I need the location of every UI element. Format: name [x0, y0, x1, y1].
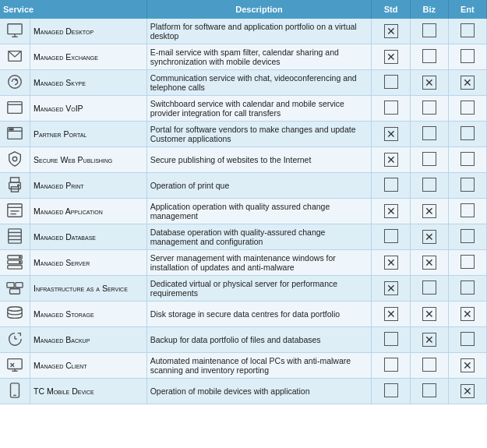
std-check[interactable]: ✕ [372, 44, 410, 70]
table-row: Managed Desktop Platform for software an… [0, 19, 487, 44]
table-row: Managed Database Database operation with… [0, 224, 487, 250]
ent-check[interactable] [448, 224, 486, 250]
std-check[interactable] [372, 224, 410, 250]
ent-check[interactable]: ✕ [448, 379, 486, 404]
service-icon [0, 173, 30, 199]
std-check[interactable] [372, 96, 410, 122]
service-name: Managed Backup [30, 327, 146, 353]
svg-point-35 [19, 256, 20, 258]
ent-check[interactable] [448, 96, 486, 122]
table-row: Secure Web Publishing Secure publishing … [0, 147, 487, 173]
ent-check[interactable] [448, 276, 486, 302]
service-description: Portal for software vendors to make chan… [146, 122, 372, 147]
ent-check[interactable] [448, 44, 486, 70]
service-icon [0, 302, 30, 327]
biz-check[interactable] [410, 147, 448, 173]
ent-check[interactable] [448, 173, 486, 199]
biz-check[interactable] [410, 353, 448, 379]
std-check[interactable] [372, 379, 410, 404]
service-name: Managed Skype [30, 70, 146, 96]
service-icon [0, 353, 30, 379]
std-check[interactable] [372, 353, 410, 379]
biz-check[interactable] [410, 44, 448, 70]
std-check[interactable] [372, 70, 410, 96]
biz-check[interactable]: ✕ [410, 199, 448, 224]
ent-check[interactable] [448, 19, 486, 44]
header-service: Service [0, 0, 146, 19]
biz-check[interactable] [410, 276, 448, 302]
ent-check[interactable]: ✕ [448, 70, 486, 96]
service-icon [0, 250, 30, 276]
table-row: Managed Storage Disk storage in secure d… [0, 302, 487, 327]
std-check[interactable] [372, 173, 410, 199]
header-std: Std [372, 0, 410, 19]
table-row: Managed Print Operation of print que [0, 173, 487, 199]
biz-check[interactable]: ✕ [410, 70, 448, 96]
std-check[interactable]: ✕ [372, 122, 410, 147]
table-row: Managed Application Application operatio… [0, 199, 487, 224]
ent-check[interactable] [448, 327, 486, 353]
svg-point-4 [9, 76, 22, 89]
service-icon [0, 327, 30, 353]
service-description: Operation of print que [146, 173, 372, 199]
std-check[interactable]: ✕ [372, 199, 410, 224]
std-check[interactable]: ✕ [372, 250, 410, 276]
std-check[interactable]: ✕ [372, 302, 410, 327]
biz-check[interactable]: ✕ [410, 250, 448, 276]
svg-rect-24 [8, 204, 22, 217]
service-icon [0, 96, 30, 122]
ent-check[interactable] [448, 250, 486, 276]
service-icon [0, 44, 30, 70]
svg-rect-0 [8, 24, 22, 34]
service-icon [0, 122, 30, 147]
svg-point-23 [18, 185, 19, 186]
svg-point-36 [19, 262, 20, 263]
service-description: Disk storage in secure data centres for … [146, 302, 372, 327]
table-row: Managed VoIP Switchboard service with ca… [0, 96, 487, 122]
biz-check[interactable] [410, 96, 448, 122]
biz-check[interactable]: ✕ [410, 302, 448, 327]
biz-check[interactable] [410, 379, 448, 404]
biz-check[interactable] [410, 173, 448, 199]
service-description: Switchboard service with calendar and mo… [146, 96, 372, 122]
service-icon [0, 19, 30, 44]
service-description: E-mail service with spam filter, calenda… [146, 44, 372, 70]
service-icon [0, 147, 30, 173]
svg-rect-37 [7, 283, 14, 287]
service-name: Managed Desktop [30, 19, 146, 44]
table-row: Managed Client Automated maintenance of … [0, 353, 487, 379]
service-name: TC Mobile Device [30, 379, 146, 404]
svg-point-18 [12, 129, 13, 130]
service-description: Dedicated virtual or physical server for… [146, 276, 372, 302]
ent-check[interactable]: ✕ [448, 353, 486, 379]
table-row: Partner Portal Portal for software vendo… [0, 122, 487, 147]
svg-point-17 [9, 129, 11, 130]
std-check[interactable]: ✕ [372, 19, 410, 44]
svg-rect-38 [16, 283, 23, 287]
std-check[interactable]: ✕ [372, 147, 410, 173]
ent-check[interactable]: ✕ [448, 302, 486, 327]
header-biz: Biz [410, 0, 448, 19]
svg-rect-46 [8, 359, 22, 369]
service-description: Server management with maintenance windo… [146, 250, 372, 276]
service-description: Platform for software and application po… [146, 19, 372, 44]
service-description: Secure publishing of websites to the Int… [146, 147, 372, 173]
std-check[interactable] [372, 327, 410, 353]
service-name: Secure Web Publishing [30, 147, 146, 173]
ent-check[interactable] [448, 199, 486, 224]
service-icon [0, 379, 30, 404]
biz-check[interactable] [410, 19, 448, 44]
ent-check[interactable] [448, 122, 486, 147]
table-row: Infrastructure as a Service Dedicated vi… [0, 276, 487, 302]
service-icon [0, 276, 30, 302]
std-check[interactable]: ✕ [372, 276, 410, 302]
service-name: Managed Storage [30, 302, 146, 327]
ent-check[interactable] [448, 147, 486, 173]
biz-check[interactable]: ✕ [410, 327, 448, 353]
service-name: Partner Portal [30, 122, 146, 147]
table-row: Managed Skype Communication service with… [0, 70, 487, 96]
service-name: Managed Database [30, 224, 146, 250]
biz-check[interactable]: ✕ [410, 224, 448, 250]
biz-check[interactable] [410, 122, 448, 147]
service-name: Managed Exchange [30, 44, 146, 70]
